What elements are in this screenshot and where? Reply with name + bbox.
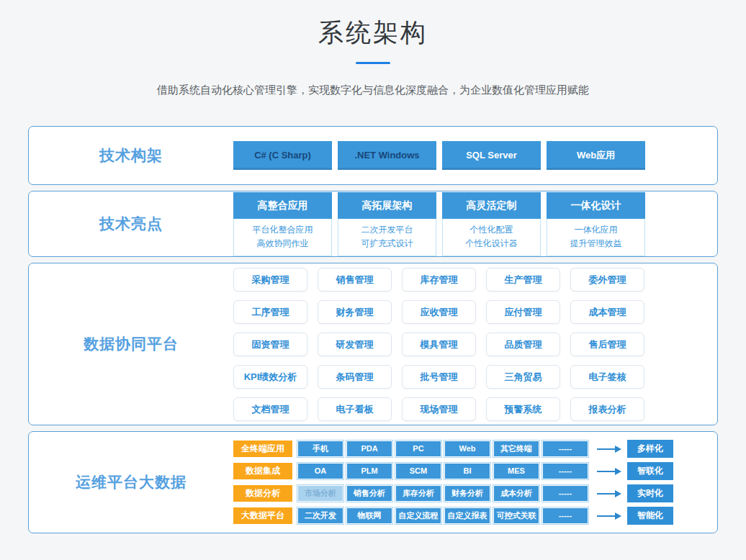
bigdata-label: 运维平台大数据 xyxy=(29,472,233,492)
bigdata-row: 数据分析市场分析销售分析库存分析财务分析成本分析-----实时化 xyxy=(233,484,673,502)
platform-module: 模具管理 xyxy=(402,333,476,356)
highlight-card-title: 高灵活定制 xyxy=(442,192,541,219)
platform-module: 售后管理 xyxy=(570,333,644,356)
bigdata-rows: 全终端应用手机PDAPCWeb其它终端-----多样化数据集成OAPLMSCMB… xyxy=(233,440,673,525)
platform-module: 固资管理 xyxy=(233,333,307,356)
bigdata-item: PLM xyxy=(346,463,392,479)
platform-module: KPI绩效分析 xyxy=(233,365,307,389)
bigdata-item: 市场分析 xyxy=(297,485,343,502)
highlight-card-line: 个性化设计器 xyxy=(443,237,540,250)
platform-module: 批号管理 xyxy=(402,365,476,389)
bigdata-item: 成本分析 xyxy=(493,485,539,502)
platform-module: 预警系统 xyxy=(486,397,560,421)
highlight-card-line: 可扩充式设计 xyxy=(338,237,436,250)
platform-module: 销售管理 xyxy=(318,268,392,292)
bigdata-item: SCM xyxy=(395,463,441,479)
arrow-right-icon xyxy=(597,448,620,450)
tech-stack-button: Web应用 xyxy=(547,141,645,170)
bigdata-item: 库存分析 xyxy=(395,485,441,502)
bigdata-category-tag: 数据集成 xyxy=(233,463,292,479)
bigdata-item: PDA xyxy=(346,441,392,457)
highlight-card-line: 高效协同作业 xyxy=(234,237,331,250)
platform-module: 采购管理 xyxy=(233,268,307,292)
bigdata-item: ----- xyxy=(542,463,588,479)
highlight-card-title: 高拓展架构 xyxy=(338,192,436,219)
highlight-card-line: 二次开发平台 xyxy=(338,223,436,237)
platform-module: 应收管理 xyxy=(402,300,476,324)
platform-module: 文档管理 xyxy=(233,397,307,421)
platform-module: 财务管理 xyxy=(318,300,392,324)
highlight-card: 高拓展架构二次开发平台可扩充式设计 xyxy=(338,192,436,256)
page-header: 系统架构 借助系统自动化核心管理引擎，实现数字化与信息化深度融合，为企业数值化管… xyxy=(0,0,746,97)
bigdata-result-button: 智联化 xyxy=(627,462,673,480)
tech-stack-label: 技术构架 xyxy=(29,145,233,166)
platform-module: 报表分析 xyxy=(570,397,644,421)
platform-module: 应付管理 xyxy=(486,300,560,324)
tech-highlights-label: 技术亮点 xyxy=(29,214,233,234)
bigdata-item: ----- xyxy=(542,485,588,502)
arrow-right-icon xyxy=(597,493,620,494)
highlight-card-line: 个性化配置 xyxy=(443,223,540,237)
platform-module: 研发管理 xyxy=(318,333,392,356)
section-tech-highlights: 技术亮点 高整合应用平台化整合应用高效协同作业高拓展架构二次开发平台可扩充式设计… xyxy=(28,191,718,257)
highlight-card: 高灵活定制个性化配置个性化设计器 xyxy=(442,192,541,256)
title-underline xyxy=(356,62,390,64)
tech-stack-button: .NET Windows xyxy=(338,141,436,170)
highlight-card-body: 平台化整合应用高效协同作业 xyxy=(233,219,332,256)
tech-stack-button: C# (C Sharp) xyxy=(233,141,332,170)
tech-stack-button: SQL Server xyxy=(442,141,541,170)
bigdata-item: Web xyxy=(444,441,490,457)
bigdata-item: 手机 xyxy=(297,441,343,457)
bigdata-item: 可控式关联 xyxy=(493,507,539,524)
arrow-right-icon xyxy=(597,515,620,517)
bigdata-row: 数据集成OAPLMSCMBIMES-----智联化 xyxy=(233,462,673,480)
data-platform-label: 数据协同平台 xyxy=(29,334,233,354)
section-bigdata: 运维平台大数据 全终端应用手机PDAPCWeb其它终端-----多样化数据集成O… xyxy=(28,431,718,533)
highlight-card-title: 一体化设计 xyxy=(547,192,645,219)
highlight-card-body: 个性化配置个性化设计器 xyxy=(442,219,541,256)
bigdata-item: BI xyxy=(444,463,490,479)
highlight-card-line: 一体化应用 xyxy=(547,223,644,237)
platform-module: 委外管理 xyxy=(570,268,644,292)
highlight-card: 高整合应用平台化整合应用高效协同作业 xyxy=(233,192,332,256)
highlight-card: 一体化设计一体化应用提升管理效益 xyxy=(547,192,645,256)
bigdata-category-tag: 大数据平台 xyxy=(233,507,292,524)
highlight-cards: 高整合应用平台化整合应用高效协同作业高拓展架构二次开发平台可扩充式设计高灵活定制… xyxy=(233,192,645,256)
section-tech-stack: 技术构架 C# (C Sharp).NET WindowsSQL ServerW… xyxy=(28,126,718,185)
bigdata-result-button: 实时化 xyxy=(627,484,673,502)
highlight-card-title: 高整合应用 xyxy=(233,192,332,219)
tech-stack-buttons: C# (C Sharp).NET WindowsSQL ServerWeb应用 xyxy=(233,141,645,170)
module-grid: 采购管理销售管理库存管理生产管理委外管理工序管理财务管理应收管理应付管理成本管理… xyxy=(233,268,644,421)
bigdata-row: 全终端应用手机PDAPCWeb其它终端-----多样化 xyxy=(233,440,673,458)
bigdata-category-tag: 全终端应用 xyxy=(233,441,292,457)
highlight-card-line: 提升管理效益 xyxy=(547,237,644,250)
bigdata-item: 二次开发 xyxy=(297,507,343,524)
platform-module: 电子签核 xyxy=(570,365,644,389)
platform-module: 三角贸易 xyxy=(486,365,560,389)
platform-module: 库存管理 xyxy=(402,268,476,292)
page-title: 系统架构 xyxy=(0,16,746,50)
platform-module: 电子看板 xyxy=(318,397,392,421)
highlight-card-body: 一体化应用提升管理效益 xyxy=(547,219,645,256)
section-data-platform: 数据协同平台 采购管理销售管理库存管理生产管理委外管理工序管理财务管理应收管理应… xyxy=(28,263,718,425)
platform-module: 生产管理 xyxy=(486,268,560,292)
platform-module: 条码管理 xyxy=(318,365,392,389)
highlight-card-line: 平台化整合应用 xyxy=(234,223,331,237)
bigdata-item: PC xyxy=(395,441,441,457)
platform-module: 品质管理 xyxy=(486,333,560,356)
platform-module: 工序管理 xyxy=(233,300,307,324)
system-architecture-page: 系统架构 借助系统自动化核心管理引擎，实现数字化与信息化深度融合，为企业数值化管… xyxy=(0,0,746,560)
bigdata-result-button: 多样化 xyxy=(627,440,673,458)
platform-module: 成本管理 xyxy=(570,300,644,324)
bigdata-item: 自定义报表 xyxy=(444,507,490,524)
bigdata-item: 销售分析 xyxy=(346,485,392,502)
bigdata-category-tag: 数据分析 xyxy=(233,485,292,502)
highlight-card-body: 二次开发平台可扩充式设计 xyxy=(338,219,436,256)
bigdata-item: 物联网 xyxy=(346,507,392,524)
bigdata-item: 自定义流程 xyxy=(395,507,441,524)
bigdata-item: MES xyxy=(493,463,539,479)
bigdata-item: OA xyxy=(297,463,343,479)
arrow-right-icon xyxy=(597,471,620,472)
page-subtitle: 借助系统自动化核心管理引擎，实现数字化与信息化深度融合，为企业数值化管理应用赋能 xyxy=(0,83,746,97)
platform-module: 现场管理 xyxy=(402,397,476,421)
